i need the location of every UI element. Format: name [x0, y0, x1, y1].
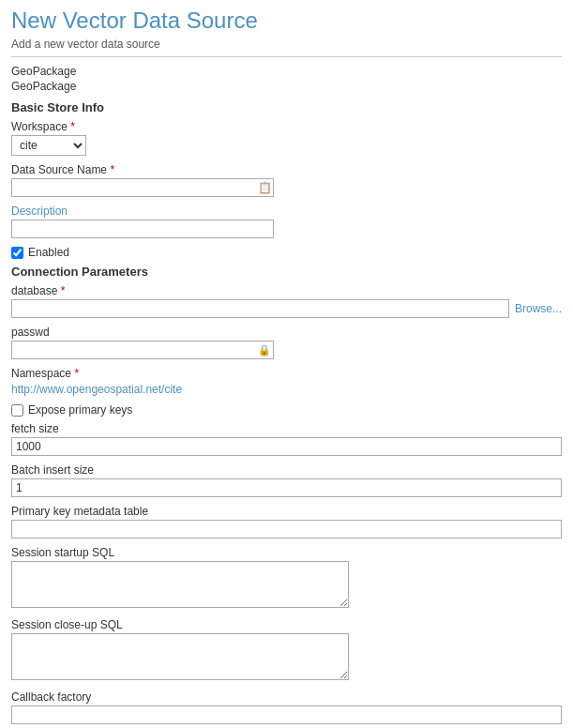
passwd-field-group: passwd 🔒 [11, 326, 562, 359]
workspace-field-group: Workspace * cite [11, 120, 562, 156]
fetch-size-input[interactable] [11, 437, 562, 456]
batch-insert-field-group: Batch insert size [11, 463, 562, 497]
enabled-label: Enabled [28, 246, 69, 259]
description-input[interactable] [11, 220, 274, 238]
datasource-name-field-group: Data Source Name * 📋 [11, 163, 562, 197]
book-icon: 📋 [258, 181, 272, 194]
basic-store-section-title: Basic Store Info [11, 100, 562, 114]
callback-label: Callback factory [11, 690, 562, 704]
expose-pk-checkbox[interactable] [11, 404, 23, 417]
passwd-input-wrapper: 🔒 [11, 341, 274, 359]
database-input[interactable] [11, 299, 509, 318]
callback-input[interactable] [11, 705, 562, 724]
pk-meta-input[interactable] [11, 520, 562, 538]
session-startup-field-group: Session startup SQL [11, 546, 562, 611]
datasource-name-input-wrapper: 📋 [11, 178, 274, 197]
namespace-field-group: Namespace * http://www.opengeospatial.ne… [11, 367, 562, 396]
datasource-name-input[interactable] [11, 178, 274, 197]
pk-meta-label: Primary key metadata table [11, 505, 562, 518]
fetch-size-field-group: fetch size [11, 422, 562, 456]
description-field-group: Description [11, 205, 562, 238]
breadcrumb-1: GeoPackage [11, 65, 562, 78]
breadcrumb-2: GeoPackage [11, 80, 562, 93]
lock-icon: 🔒 [258, 344, 271, 356]
description-link[interactable]: Description [11, 205, 68, 218]
session-close-field-group: Session close-up SQL [11, 618, 562, 683]
pk-meta-field-group: Primary key metadata table [11, 505, 562, 538]
enabled-checkbox[interactable] [11, 247, 23, 259]
database-label: database * [11, 284, 562, 297]
passwd-input[interactable] [11, 341, 274, 359]
datasource-name-label: Data Source Name * [11, 163, 562, 176]
title-divider [11, 56, 562, 57]
fetch-size-label: fetch size [11, 422, 562, 435]
batch-insert-label: Batch insert size [11, 463, 562, 477]
expose-pk-label: Expose primary keys [28, 403, 132, 417]
workspace-select[interactable]: cite [11, 135, 86, 156]
session-close-label: Session close-up SQL [11, 618, 562, 631]
expose-pk-row: Expose primary keys [11, 403, 562, 417]
description-label: Description [11, 205, 562, 218]
session-close-textarea[interactable] [11, 633, 349, 680]
passwd-label: passwd [11, 326, 562, 339]
callback-field-group: Callback factory [11, 690, 562, 724]
batch-insert-input[interactable] [11, 478, 562, 497]
connection-params-section-title: Connection Parameters [11, 265, 562, 279]
page-subtitle: Add a new vector data source [11, 38, 562, 51]
namespace-label: Namespace * [11, 367, 562, 380]
database-input-row: Browse... [11, 299, 562, 318]
database-field-group: database * Browse... [11, 284, 562, 318]
session-startup-textarea[interactable] [11, 561, 349, 608]
page-title: New Vector Data Source [11, 8, 562, 34]
browse-link[interactable]: Browse... [515, 302, 562, 315]
enabled-row: Enabled [11, 246, 562, 259]
namespace-value[interactable]: http://www.opengeospatial.net/cite [11, 383, 182, 396]
session-startup-label: Session startup SQL [11, 546, 562, 559]
workspace-label: Workspace * [11, 120, 562, 133]
